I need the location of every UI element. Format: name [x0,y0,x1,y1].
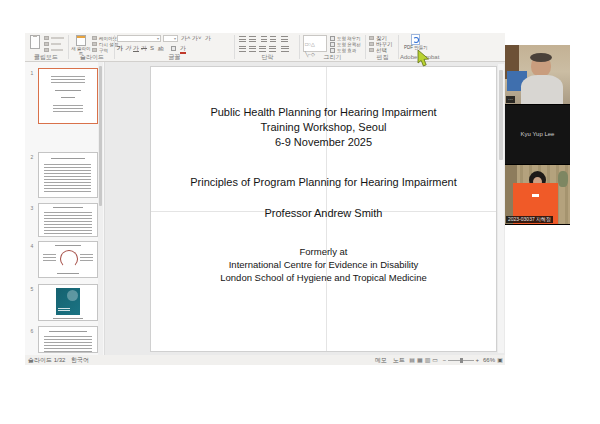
zoom-slider[interactable] [448,360,474,361]
font-color-button[interactable]: 가 [180,45,186,54]
line-spacing-button[interactable] [281,36,288,42]
slide-title-line-1: Public Health Planning for Hearing Impai… [151,105,496,120]
slide-canvas[interactable]: Public Health Planning for Hearing Impai… [150,66,497,352]
thumbnail-slide-4[interactable] [38,241,98,278]
shape-outline-button[interactable]: 도형 윤곽선 [330,42,361,46]
replace-button[interactable]: 바꾸기 [369,42,393,46]
font-group-label: 글꼴 [115,54,234,61]
character-spacing-button[interactable]: a̲b̲ [158,45,164,52]
plant-background [558,171,568,187]
ribbon-group-slides: 새 슬라이드 레이아웃 다시 설정 구역 슬라이드 [70,33,114,61]
find-button[interactable]: 찾기 [369,36,387,40]
ribbon-group-editing: 찾기 바꾸기 선택 편집 [367,33,398,61]
ribbon-separator [398,35,399,59]
text-highlight-button[interactable] [171,46,176,51]
reading-view-icon[interactable]: ▥ [425,355,431,365]
cycle-diagram [60,250,78,268]
paste-button[interactable] [30,35,40,49]
thumb-number-6: 6 [28,328,36,334]
create-pdf-icon [411,34,420,45]
shape-effects-icon [330,48,335,53]
shape-effects-button[interactable]: 도형 효과 [330,48,356,52]
slide-title-line-3: 6-9 November 2025 [151,135,496,150]
ribbon-group-drawing: □○△ ╲⌐◇ 도형 채우기 도형 윤곽선 도형 효과 그리기 [301,33,364,61]
italic-button[interactable]: 가 [125,45,131,52]
participant-video-3[interactable]: 2023-03037 지혜정 [505,165,570,224]
thumb-number-5: 5 [28,286,36,292]
notes-button[interactable]: 메모 [375,355,387,365]
strikethrough-button[interactable]: 가 [141,45,147,52]
select-icon [369,48,374,52]
main-scrollbar-thumb[interactable] [499,70,503,160]
section-button[interactable]: 구역 [92,48,108,52]
replace-icon [369,42,374,46]
underline-button[interactable]: 가 [133,45,139,52]
slide-affiliation-line-3: London School of Hygiene and Tropical Me… [151,271,496,284]
paragraph-group-label: 단락 [236,54,299,61]
fit-to-window-button[interactable]: ▣ [497,355,503,365]
slide-presenter: Professor Andrew Smith [151,206,496,221]
select-button[interactable]: 선택 [369,48,387,52]
zoom-out-button[interactable]: − [443,357,447,363]
shapes-gallery[interactable]: □○△ ╲⌐◇ [303,35,327,52]
participant-video-1[interactable]: ··· [505,45,570,104]
ribbon-separator [234,35,235,59]
shrink-font-button[interactable]: 가˅ [192,35,202,42]
thumb-number-4: 4 [28,243,36,249]
align-left-button[interactable] [239,46,246,52]
drawing-group-label: 그리기 [301,54,364,61]
justify-button[interactable] [269,46,276,52]
cut-button[interactable] [44,36,64,40]
normal-view-icon[interactable]: ▤ [409,355,415,365]
thumbnail-slide-2[interactable] [38,152,98,198]
slides-group-label: 슬라이드 [70,54,114,61]
ribbon-separator [299,35,300,59]
ribbon-separator [365,35,366,59]
text-shadow-button[interactable]: S [150,45,154,52]
triangle-shape-icon: △ [311,41,315,47]
language-indicator[interactable]: 한국어 [71,355,89,365]
thumb-number-3: 3 [28,205,36,211]
thumbnail-slide-1[interactable] [38,68,98,124]
columns-button[interactable] [281,46,289,52]
video-call-panel: ··· Kyu Yup Lee 2023-03037 지혜정 [505,45,570,225]
thumbnail-slide-5[interactable] [38,284,98,321]
ribbon-separator [68,35,69,59]
slideshow-view-icon[interactable]: ▭ [432,355,438,365]
comments-button[interactable]: 노트 [393,355,405,365]
increase-indent-button[interactable] [270,36,276,42]
thumbnail-scrollbar[interactable] [98,62,103,355]
zoom-level[interactable]: 66% [483,355,495,365]
editing-group-label: 편집 [367,54,398,61]
bullets-button[interactable] [239,36,246,42]
slide-sorter-view-icon[interactable]: ▦ [417,355,423,365]
slide-subtitle: Principles of Program Planning for Heari… [151,175,496,190]
find-icon [369,36,374,40]
thumb-number-2: 2 [28,154,36,160]
new-slide-button[interactable]: 새 슬라이드 [71,34,91,55]
bold-button[interactable]: 가 [117,45,123,52]
main-scrollbar[interactable] [498,64,504,353]
slide-affiliation-line-1: Formerly at [151,245,496,258]
shape-fill-button[interactable]: 도형 채우기 [330,36,361,40]
clipboard-group-label: 클립보드 [25,54,67,61]
numbering-button[interactable] [249,36,256,42]
thumbnail-slide-3[interactable] [38,203,98,237]
copy-button[interactable] [44,42,61,46]
participant-video-2[interactable]: Kyu Yup Lee [505,105,570,164]
font-size-combo[interactable] [163,35,178,42]
align-center-button[interactable] [249,46,256,52]
paste-clip-icon [33,35,37,37]
format-painter-button[interactable] [44,48,63,52]
thumbnail-slide-6[interactable] [38,326,98,353]
slide-editing-area: Public Health Planning for Hearing Impai… [105,62,505,355]
thumbnail-scrollbar-thumb[interactable] [99,66,102,206]
zoom-slider-knob[interactable] [460,358,463,363]
decrease-indent-button[interactable] [261,36,267,42]
grow-font-button[interactable]: 가˄ [181,35,191,42]
font-name-combo[interactable] [117,35,161,42]
align-right-button[interactable] [259,46,266,52]
clear-formatting-button[interactable]: 가 [205,35,211,42]
zoom-in-button[interactable]: + [475,357,479,363]
ribbon-group-font: 가˄ 가˅ 가 가 가 가 가 S a̲b̲ 가 글꼴 [115,33,234,61]
